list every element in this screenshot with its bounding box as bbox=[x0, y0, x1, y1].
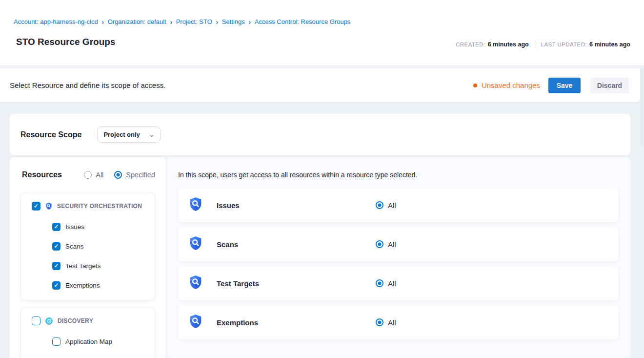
resource-item-test-targets: Test Targets bbox=[21, 256, 155, 275]
group-header: DISCOVERY bbox=[21, 308, 155, 325]
scans-checkbox[interactable] bbox=[52, 242, 60, 251]
action-toolbar: Select Resource and define its scope of … bbox=[0, 68, 640, 102]
all-radio-label[interactable]: All bbox=[388, 279, 396, 288]
item-label: Test Targets bbox=[65, 262, 101, 270]
page-header: Account: app-harness-ng-cicd › Organizat… bbox=[0, 0, 644, 65]
resource-item-issues: Issues bbox=[21, 217, 155, 236]
created-value: 6 minutes ago bbox=[488, 41, 529, 48]
resources-title: Resources bbox=[22, 170, 62, 179]
radio-all[interactable] bbox=[84, 171, 92, 179]
resource-item-exemptions: Exemptions bbox=[21, 275, 155, 295]
toolbar-actions: Unsaved changes Save Discard bbox=[473, 78, 629, 93]
resource-card-access: All bbox=[376, 201, 396, 210]
breadcrumb-resource-groups-link[interactable]: Access Control: Resource Groups bbox=[255, 18, 351, 25]
shield-search-icon bbox=[188, 196, 203, 214]
group-label: DISCOVERY bbox=[58, 317, 93, 324]
group-header: SECURITY ORCHESTRATION bbox=[21, 193, 155, 211]
item-label: Issues bbox=[65, 223, 84, 231]
item-label: Application Map bbox=[65, 338, 112, 345]
all-radio-label[interactable]: All bbox=[388, 201, 396, 210]
resource-card-test-targets: Test Targets All bbox=[178, 266, 619, 300]
toolbar-description: Select Resource and define its scope of … bbox=[10, 81, 165, 89]
resource-access-panel: In this scope, users get access to all r… bbox=[166, 157, 630, 358]
resource-card-label: Test Targets bbox=[217, 279, 259, 288]
save-button[interactable]: Save bbox=[548, 78, 581, 93]
breadcrumb-project-link[interactable]: Project: STO bbox=[176, 18, 212, 25]
chevron-right-icon: › bbox=[249, 18, 251, 25]
breadcrumb-settings-link[interactable]: Settings bbox=[222, 18, 245, 25]
all-radio[interactable] bbox=[376, 201, 383, 209]
shield-search-icon bbox=[188, 235, 203, 253]
radar-icon bbox=[45, 317, 53, 325]
header-meta: CREATED: 6 minutes ago LAST UPDATED: 6 m… bbox=[456, 41, 630, 48]
issues-checkbox[interactable] bbox=[52, 223, 60, 231]
resource-card-issues: Issues All bbox=[178, 188, 619, 222]
exemptions-checkbox[interactable] bbox=[52, 281, 60, 290]
chevron-right-icon: › bbox=[170, 18, 172, 25]
resource-scope-select[interactable]: Project only ⌄ bbox=[97, 126, 161, 143]
all-radio[interactable] bbox=[376, 279, 383, 287]
chevron-right-icon: › bbox=[102, 18, 104, 25]
resource-card-access: All bbox=[376, 279, 396, 288]
radio-specified-label[interactable]: Specified bbox=[126, 171, 155, 179]
chevron-right-icon: › bbox=[216, 18, 218, 25]
group-card-security-orchestration: SECURITY ORCHESTRATION Issues Scans Test… bbox=[20, 193, 155, 300]
application-map-checkbox[interactable] bbox=[52, 337, 60, 346]
page-title: STO Resource Groups bbox=[16, 37, 115, 47]
security-orchestration-checkbox[interactable] bbox=[32, 202, 40, 211]
resource-card-scans: Scans All bbox=[178, 227, 619, 261]
group-card-discovery: DISCOVERY Application Map bbox=[20, 308, 155, 358]
all-radio-label[interactable]: All bbox=[388, 318, 396, 327]
last-updated-label: LAST UPDATED: bbox=[541, 42, 587, 47]
radio-all-label[interactable]: All bbox=[96, 171, 103, 179]
last-updated-value: 6 minutes ago bbox=[589, 41, 630, 48]
discard-button[interactable]: Discard bbox=[590, 78, 629, 93]
vertical-scrollbar[interactable] bbox=[640, 68, 644, 147]
all-radio[interactable] bbox=[376, 318, 383, 326]
resource-cards: Issues All Scans All Test Targets bbox=[178, 188, 619, 344]
breadcrumb: Account: app-harness-ng-cicd › Organizat… bbox=[14, 18, 350, 25]
resource-scope-panel: Resource Scope Project only ⌄ bbox=[10, 114, 630, 155]
resource-card-label: Exemptions bbox=[217, 318, 258, 327]
item-label: Exemptions bbox=[65, 282, 100, 289]
group-label: SECURITY ORCHESTRATION bbox=[57, 203, 142, 210]
resource-card-access: All bbox=[376, 240, 396, 249]
breadcrumb-account-link[interactable]: Account: app-harness-ng-cicd bbox=[14, 18, 98, 25]
resource-item-scans: Scans bbox=[21, 236, 155, 256]
breadcrumb-organization-link[interactable]: Organization: default bbox=[108, 18, 166, 25]
created-label: CREATED: bbox=[456, 42, 485, 47]
resource-card-label: Scans bbox=[217, 240, 238, 249]
shield-search-icon bbox=[188, 314, 203, 331]
unsaved-dot-icon bbox=[473, 84, 477, 87]
shield-search-icon bbox=[45, 202, 53, 210]
resources-mode-radios: All Specified bbox=[84, 171, 155, 179]
meta-divider bbox=[535, 41, 535, 48]
resources-sidebar: Resources All Specified SECURITY ORCHEST… bbox=[10, 157, 166, 358]
resource-card-exemptions: Exemptions All bbox=[178, 305, 619, 339]
resource-scope-selected-value: Project only bbox=[103, 131, 140, 138]
chevron-down-icon: ⌄ bbox=[148, 132, 155, 138]
resource-item-application-map: Application Map bbox=[21, 332, 155, 351]
all-radio[interactable] bbox=[376, 240, 383, 248]
radio-specified[interactable] bbox=[114, 171, 122, 179]
resource-card-access: All bbox=[376, 318, 396, 327]
item-label: Scans bbox=[65, 243, 84, 250]
resources-header: Resources All Specified bbox=[10, 157, 166, 179]
shield-search-icon bbox=[188, 274, 203, 292]
unsaved-changes-badge: Unsaved changes bbox=[482, 81, 540, 89]
resource-card-label: Issues bbox=[217, 201, 240, 210]
discovery-checkbox[interactable] bbox=[32, 316, 40, 325]
scope-note: In this scope, users get access to all r… bbox=[178, 171, 417, 179]
resource-scope-title: Resource Scope bbox=[20, 130, 81, 139]
test-targets-checkbox[interactable] bbox=[52, 262, 60, 270]
all-radio-label[interactable]: All bbox=[388, 240, 396, 249]
